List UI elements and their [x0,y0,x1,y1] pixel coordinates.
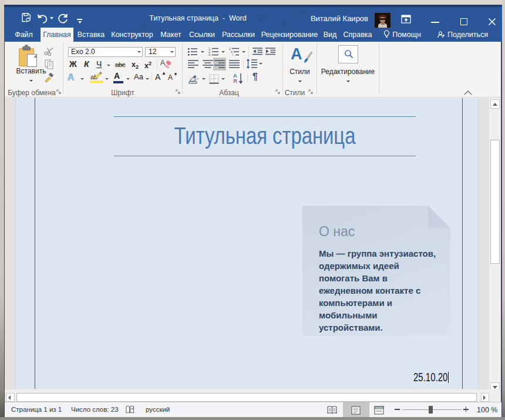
svg-text:3.: 3. [208,53,211,56]
svg-text:i.: i. [233,53,234,56]
